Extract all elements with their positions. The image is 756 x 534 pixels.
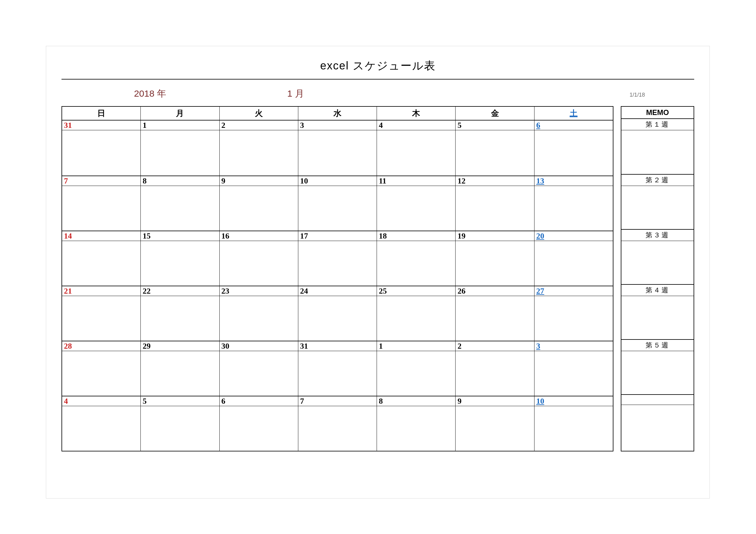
date-label: 1/1/18 <box>580 92 694 98</box>
day-body <box>534 351 613 396</box>
day-number: 8 <box>141 176 219 186</box>
day-number: 3 <box>298 120 377 130</box>
day-number: 4 <box>377 120 455 130</box>
day-cell: 14 <box>62 231 141 286</box>
day-body <box>141 296 219 341</box>
day-body <box>456 241 534 286</box>
day-cell: 10 <box>298 176 377 230</box>
day-cell: 8 <box>377 396 456 451</box>
day-number: 26 <box>456 286 534 296</box>
week-row: 78910111213 <box>62 175 613 230</box>
week-row: 28293031123 <box>62 341 613 396</box>
day-body <box>62 241 140 286</box>
memo-body <box>621 130 693 174</box>
day-number: 24 <box>298 286 377 296</box>
memo-week-label: 第３週 <box>621 230 693 241</box>
day-cell: 1 <box>377 341 456 396</box>
day-cell: 6 <box>534 120 613 175</box>
day-cell: 23 <box>220 286 298 341</box>
day-body <box>377 130 455 175</box>
day-body <box>534 241 613 286</box>
day-body <box>298 241 377 286</box>
month-label: 1 月 <box>239 88 352 100</box>
weekday-tue: 火 <box>220 107 298 120</box>
day-body <box>220 241 298 286</box>
week-row: 31123456 <box>62 120 613 175</box>
day-body <box>456 406 534 451</box>
day-body <box>220 351 298 396</box>
day-number: 5 <box>456 120 534 130</box>
day-number: 30 <box>220 341 298 351</box>
day-cell: 1 <box>141 120 219 175</box>
day-body <box>62 130 140 175</box>
day-body <box>456 186 534 230</box>
day-body <box>62 351 140 396</box>
weekday-thu: 木 <box>377 107 456 120</box>
day-body <box>298 296 377 341</box>
memo-week-label <box>621 395 693 405</box>
day-number: 13 <box>534 176 613 186</box>
day-body <box>298 406 377 451</box>
day-number: 7 <box>298 396 377 406</box>
day-cell: 31 <box>298 341 377 396</box>
day-body <box>141 186 219 230</box>
day-number: 21 <box>62 286 140 296</box>
day-number: 10 <box>534 396 613 406</box>
day-cell: 15 <box>141 231 219 286</box>
day-body <box>62 406 140 451</box>
day-cell: 7 <box>62 176 141 230</box>
day-number: 31 <box>298 341 377 351</box>
day-cell: 21 <box>62 286 141 341</box>
weeks-container: 3112345678910111213141516171819202122232… <box>62 120 613 451</box>
day-number: 23 <box>220 286 298 296</box>
memo-week-label: 第４週 <box>621 285 693 296</box>
day-number: 6 <box>220 396 298 406</box>
day-cell: 5 <box>141 396 219 451</box>
day-cell: 7 <box>298 396 377 451</box>
day-body <box>456 351 534 396</box>
day-body <box>298 351 377 396</box>
memo-header: MEMO <box>621 107 693 119</box>
weekday-sun: 日 <box>62 107 141 120</box>
day-cell: 10 <box>534 396 613 451</box>
memo-week-label: 第５週 <box>621 340 693 351</box>
day-number: 12 <box>456 176 534 186</box>
day-number: 16 <box>220 231 298 241</box>
day-number: 14 <box>62 231 140 241</box>
day-number: 15 <box>141 231 219 241</box>
memo-body <box>621 351 693 394</box>
day-cell: 2 <box>220 120 298 175</box>
weekday-fri: 金 <box>456 107 534 120</box>
memo-body <box>621 186 693 229</box>
day-number: 20 <box>534 231 613 241</box>
day-body <box>141 351 219 396</box>
day-body <box>377 241 455 286</box>
day-cell: 27 <box>534 286 613 341</box>
day-body <box>534 296 613 341</box>
day-cell: 9 <box>456 396 534 451</box>
day-cell: 13 <box>534 176 613 230</box>
calendar-page: excel スケジュール表 2018 年 1 月 1/1/18 日 月 火 水 … <box>46 46 710 498</box>
day-number: 31 <box>62 120 140 130</box>
weekday-mon: 月 <box>141 107 219 120</box>
day-body <box>220 296 298 341</box>
day-body <box>220 406 298 451</box>
day-cell: 26 <box>456 286 534 341</box>
memo-week: 第５週 <box>621 339 693 394</box>
day-body <box>377 406 455 451</box>
day-cell: 22 <box>141 286 219 341</box>
day-body <box>62 186 140 230</box>
day-cell: 17 <box>298 231 377 286</box>
day-cell: 4 <box>62 396 141 451</box>
day-cell: 19 <box>456 231 534 286</box>
day-number: 11 <box>377 176 455 186</box>
day-cell: 16 <box>220 231 298 286</box>
day-body <box>141 406 219 451</box>
week-row: 45678910 <box>62 396 613 451</box>
day-number: 9 <box>220 176 298 186</box>
memo-week: 第４週 <box>621 284 693 339</box>
memo-week <box>621 394 693 449</box>
day-body <box>534 186 613 230</box>
day-body <box>298 186 377 230</box>
day-body <box>141 130 219 175</box>
